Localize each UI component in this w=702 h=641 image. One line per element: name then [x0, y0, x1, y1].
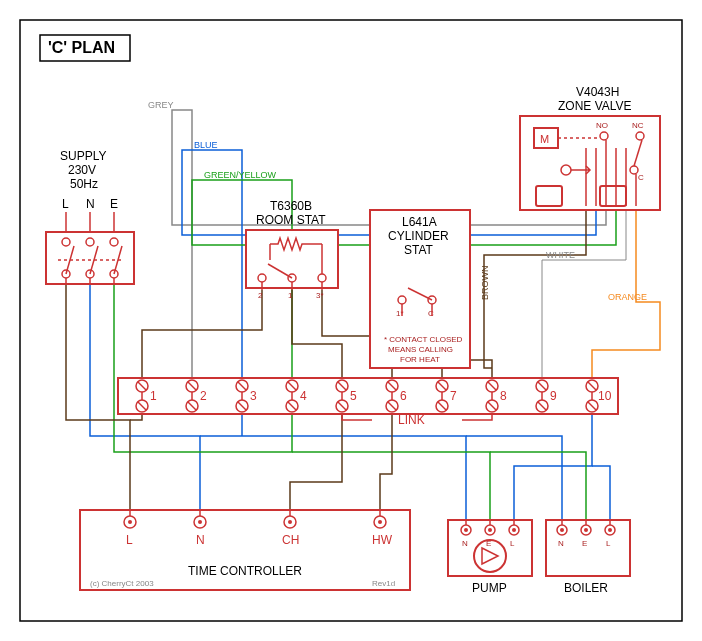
svg-text:L: L	[126, 533, 133, 547]
svg-text:NO: NO	[596, 121, 608, 130]
pump-heading: PUMP	[472, 581, 507, 595]
svg-point-160	[560, 528, 564, 532]
roomstat-h2: ROOM STAT	[256, 213, 326, 227]
cyl-h1: L641A	[402, 215, 437, 229]
svg-point-147	[464, 528, 468, 532]
room-stat-block: T6360B ROOM STAT 2 1 3*	[246, 199, 338, 300]
svg-text:5: 5	[350, 389, 357, 403]
svg-point-51	[630, 166, 638, 174]
supply-heading: SUPPLY	[60, 149, 106, 163]
svg-point-133	[378, 520, 382, 524]
boiler-heading: BOILER	[564, 581, 608, 595]
junction-link-label: LINK	[398, 413, 425, 427]
svg-point-9	[86, 238, 94, 246]
svg-text:FOR HEAT: FOR HEAT	[400, 355, 440, 364]
svg-point-162	[584, 528, 588, 532]
roomstat-h1: T6360B	[270, 199, 312, 213]
wire-green-label: GREEN/YELLOW	[204, 170, 277, 180]
cylinder-stat-block: L641A CYLINDER STAT 1* C * CONTACT CLOSE…	[370, 210, 470, 368]
diagram-title: 'C' PLAN	[48, 39, 115, 56]
svg-text:2: 2	[258, 291, 263, 300]
svg-point-149	[488, 528, 492, 532]
svg-text:NC: NC	[632, 121, 644, 130]
svg-text:Rev1d: Rev1d	[372, 579, 395, 588]
svg-text:7: 7	[450, 389, 457, 403]
svg-point-12	[110, 238, 118, 246]
svg-text:3*: 3*	[316, 291, 324, 300]
time-controller-block: L N CH HW TIME CONTROLLER (c) CherryCt 2…	[80, 510, 410, 590]
svg-point-34	[398, 296, 406, 304]
valve-h1: V4043H	[576, 85, 619, 99]
svg-text:N: N	[558, 539, 564, 548]
svg-text:E: E	[486, 539, 491, 548]
svg-text:HW: HW	[372, 533, 393, 547]
time-heading: TIME CONTROLLER	[188, 564, 302, 578]
wire-white-label: WHITE	[546, 250, 575, 260]
svg-text:M: M	[540, 133, 549, 145]
svg-text:C: C	[638, 173, 644, 182]
svg-point-131	[288, 520, 292, 524]
svg-text:L: L	[606, 539, 611, 548]
svg-text:N: N	[196, 533, 205, 547]
svg-point-22	[318, 274, 326, 282]
svg-text:(c) CherryCt 2003: (c) CherryCt 2003	[90, 579, 154, 588]
svg-point-164	[608, 528, 612, 532]
svg-point-47	[600, 132, 608, 140]
wiring-diagram: 'C' PLAN GREY BLUE GREEN/YELLOW BROWN	[0, 0, 702, 641]
svg-text:CH: CH	[282, 533, 299, 547]
cyl-h3: STAT	[404, 243, 434, 257]
svg-point-129	[198, 520, 202, 524]
supply-term-e: E	[110, 197, 118, 211]
svg-text:4: 4	[300, 389, 307, 403]
svg-text:E: E	[582, 539, 587, 548]
svg-text:MEANS CALLING: MEANS CALLING	[388, 345, 453, 354]
svg-text:* CONTACT CLOSED: * CONTACT CLOSED	[384, 335, 463, 344]
supply-term-l: L	[62, 197, 69, 211]
wire-orange-label: ORANGE	[608, 292, 647, 302]
svg-text:9: 9	[550, 389, 557, 403]
svg-rect-56	[536, 186, 562, 206]
svg-text:1: 1	[288, 291, 293, 300]
supply-freq: 50Hz	[70, 177, 98, 191]
svg-point-55	[561, 165, 571, 175]
svg-text:N: N	[462, 539, 468, 548]
wire-brown-label: BROWN	[480, 266, 490, 301]
svg-text:1: 1	[150, 389, 157, 403]
cyl-h2: CYLINDER	[388, 229, 449, 243]
wire-blue-label: BLUE	[194, 140, 218, 150]
wire-grey-label: GREY	[148, 100, 174, 110]
svg-rect-57	[600, 186, 626, 206]
svg-point-20	[258, 274, 266, 282]
svg-text:C: C	[428, 309, 434, 318]
supply-term-n: N	[86, 197, 95, 211]
svg-point-49	[636, 132, 644, 140]
svg-text:3: 3	[250, 389, 257, 403]
svg-point-6	[62, 238, 70, 246]
svg-text:6: 6	[400, 389, 407, 403]
svg-point-127	[128, 520, 132, 524]
svg-text:L: L	[510, 539, 515, 548]
valve-h2: ZONE VALVE	[558, 99, 632, 113]
junction-strip: 1 2 3 4 5 6 7 8 9 10	[118, 378, 618, 414]
svg-text:2: 2	[200, 389, 207, 403]
supply-voltage: 230V	[68, 163, 96, 177]
svg-text:8: 8	[500, 389, 507, 403]
svg-point-151	[512, 528, 516, 532]
svg-text:10: 10	[598, 389, 612, 403]
